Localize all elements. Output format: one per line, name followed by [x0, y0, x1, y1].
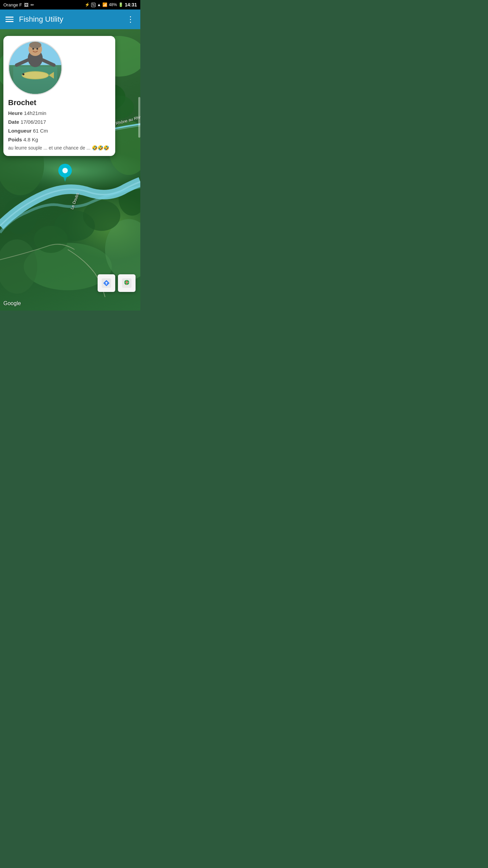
- svg-point-25: [33, 48, 34, 50]
- svg-point-7: [0, 239, 37, 294]
- status-bar-right: ⚡ N ▲ 📶 48% 🔋 14:31: [85, 2, 137, 7]
- svg-point-24: [22, 73, 24, 75]
- app-bar: Fishing Utility ⋮: [0, 9, 140, 29]
- svg-rect-16: [13, 67, 57, 94]
- date-row: Date 17/06/2017: [8, 118, 110, 126]
- bluetooth-icon: ⚡: [85, 2, 90, 7]
- time-row: Heure 14h21min: [8, 109, 110, 117]
- map-pin[interactable]: [58, 163, 72, 183]
- card-details: Heure 14h21min Date 17/06/2017 Longueur …: [8, 109, 110, 144]
- length-row: Longueur 61 Cm: [8, 127, 110, 135]
- map-area[interactable]: Canal du Rhône au Rhin Le Doubs: [0, 29, 140, 311]
- person-illustration: [13, 41, 57, 94]
- nfc-icon: N: [91, 3, 96, 7]
- svg-point-15: [83, 200, 120, 231]
- status-bar-left: Orange F 🖼 ✏: [3, 2, 34, 7]
- time-label: 14:31: [125, 2, 137, 7]
- battery-label: 48%: [109, 2, 117, 7]
- info-card: Brochet Heure 14h21min Date 17/06/2017 L…: [3, 36, 115, 156]
- svg-point-23: [22, 72, 48, 79]
- fish-name-label: Brochet: [8, 98, 110, 107]
- hamburger-menu-button[interactable]: [5, 17, 14, 22]
- image-icon: 🖼: [24, 2, 28, 7]
- svg-point-29: [62, 168, 68, 173]
- svg-line-20: [17, 60, 28, 65]
- svg-point-26: [37, 48, 38, 50]
- svg-line-21: [43, 60, 54, 65]
- svg-point-19: [29, 42, 41, 48]
- more-options-button[interactable]: ⋮: [126, 15, 135, 24]
- battery-icon: 🔋: [118, 2, 123, 7]
- carrier-label: Orange F: [3, 2, 22, 7]
- pen-icon: ✏: [30, 2, 34, 7]
- google-maps-button[interactable]: [118, 274, 136, 292]
- weight-row: Poids 4.8 Kg: [8, 136, 110, 144]
- scroll-indicator[interactable]: [138, 97, 140, 138]
- wifi-icon: ▲: [97, 2, 101, 7]
- directions-button[interactable]: [98, 274, 115, 292]
- map-action-buttons: [98, 274, 136, 292]
- card-comment: au leurre souple ... et une chance de ..…: [8, 145, 110, 151]
- signal-icon: 📶: [102, 2, 107, 7]
- fish-photo: [8, 41, 62, 95]
- google-watermark: Google: [3, 300, 21, 307]
- status-bar: Orange F 🖼 ✏ ⚡ N ▲ 📶 48% 🔋 14:31: [0, 0, 140, 9]
- app-title: Fishing Utility: [19, 15, 126, 24]
